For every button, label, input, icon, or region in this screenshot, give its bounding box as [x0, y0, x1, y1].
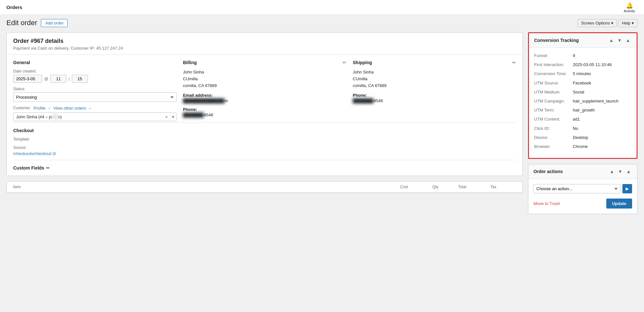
- items-header: Item Cost Qty Total Tax: [7, 181, 523, 193]
- order-actions-collapse-down[interactable]: ▼: [617, 168, 624, 175]
- order-three-cols: General Date created: @ : Status:: [13, 60, 516, 121]
- customer-dropdown-button[interactable]: ▾: [170, 114, 176, 119]
- conversion-tracking-minimize[interactable]: ▲: [624, 37, 631, 44]
- billing-address-line: comilla, CA 67889: [183, 83, 346, 89]
- tracking-utm-source: UTM Source: Facebook: [534, 80, 631, 86]
- conversion-tracking-controls: ▲ ▼ ▲: [608, 37, 631, 44]
- top-bar: Orders 🔔 Activity: [0, 0, 644, 15]
- source-link[interactable]: /checkouts/checkout-3/: [13, 151, 56, 156]
- action-go-button[interactable]: ▶: [622, 184, 632, 193]
- col-item: Item: [13, 185, 400, 189]
- date-input[interactable]: [13, 75, 42, 83]
- sidebar: Conversion Tracking ▲ ▼ ▲ Funnel: 9 Firs…: [528, 32, 638, 219]
- shipping-phone-value: ███████4548: [353, 98, 383, 103]
- conversion-tracking-body: Funnel: 9 First Interaction: 2025-03-05 …: [529, 48, 637, 158]
- utm-medium-label: UTM Medium:: [534, 89, 573, 95]
- custom-fields-title: Custom Fields: [13, 165, 44, 171]
- billing-email-blurred: ██████████████: [183, 98, 225, 103]
- device-label: Device:: [534, 135, 573, 141]
- update-button[interactable]: Update: [606, 199, 632, 209]
- funnel-label: Funnel:: [534, 53, 573, 59]
- main-layout: Order #967 details Payment via Cash on d…: [0, 27, 644, 224]
- col-tax: Tax: [490, 185, 516, 189]
- action-footer: Move to Trash Update: [533, 199, 632, 209]
- conversion-tracking-collapse-down[interactable]: ▼: [616, 37, 623, 44]
- page-title: Edit order: [6, 19, 37, 27]
- billing-address: John Sinha CUmilla comilla, CA 67889: [183, 69, 346, 89]
- customer-clear-button[interactable]: ×: [163, 114, 170, 120]
- utm-medium-value: Social: [573, 89, 631, 95]
- utm-source-value: Facebook: [573, 80, 631, 86]
- click-id-label: Click ID:: [534, 126, 573, 132]
- action-select[interactable]: Choose an action...: [533, 184, 620, 193]
- conversion-tracking-collapse-up[interactable]: ▲: [608, 37, 615, 44]
- time-colon: :: [68, 76, 70, 81]
- order-details-header: Order #967 details Payment via Cash on d…: [7, 33, 523, 55]
- activity-label: Activity: [624, 9, 635, 13]
- top-bar-right: 🔔 Activity: [621, 1, 638, 14]
- conversion-tracking-header: Conversion Tracking ▲ ▼ ▲: [529, 33, 637, 48]
- shipping-edit-icon[interactable]: ✏: [512, 60, 516, 65]
- tracking-utm-content: UTM Content: ad1: [534, 116, 631, 122]
- first-interaction-label: First Interaction:: [534, 62, 573, 68]
- customer-links: Customer: Profile → View other orders →: [13, 106, 177, 111]
- conversion-tracking-card: Conversion Tracking ▲ ▼ ▲ Funnel: 9 Firs…: [528, 32, 638, 159]
- profile-link[interactable]: Profile →: [34, 106, 51, 111]
- shipping-title: Shipping: [353, 60, 372, 65]
- time-hour-input[interactable]: [50, 75, 66, 83]
- add-order-button[interactable]: Add order: [41, 19, 68, 27]
- view-orders-link[interactable]: View other orders →: [53, 106, 91, 111]
- template-label: Template:: [13, 137, 516, 141]
- move-to-trash-link[interactable]: Move to Trash: [533, 201, 560, 206]
- billing-header: Billing ✏: [183, 60, 346, 65]
- tracking-first-interaction: First Interaction: 2025-03-05 11:10:46: [534, 62, 631, 68]
- main-content: Order #967 details Payment via Cash on d…: [6, 32, 523, 193]
- billing-email-label: Email address:: [183, 93, 346, 98]
- shipping-company: CUmilla: [353, 76, 516, 83]
- col-qty: Qty: [432, 185, 458, 189]
- billing-email-value: ██████████████m: [183, 98, 228, 103]
- billing-edit-icon[interactable]: ✏: [342, 60, 346, 65]
- checkout-title: Checkout: [13, 128, 516, 133]
- screen-options-button[interactable]: Screen Options: [578, 19, 617, 27]
- tracking-utm-campaign: UTM Campaign: hair_supplement_launch: [534, 98, 631, 104]
- order-actions-title: Order actions: [533, 169, 563, 174]
- activity-button[interactable]: 🔔 Activity: [621, 1, 638, 14]
- shipping-address: John Sinha CUmilla comilla, CA 67889: [353, 69, 516, 89]
- customer-label: Customer:: [13, 106, 31, 111]
- billing-phone-blurred: ███████: [183, 112, 204, 117]
- customer-select-wrapper: John Sinha (#4 – jo n) × ▾: [13, 112, 177, 121]
- custom-fields-section: Custom Fields ✏: [13, 160, 516, 171]
- custom-fields-edit-icon[interactable]: ✏: [46, 165, 50, 171]
- tracking-utm-term: UTM Term: hair_growth: [534, 107, 631, 113]
- screen-options-chevron: [611, 21, 613, 25]
- order-actions-header: Order actions ▲ ▼ ▲: [528, 164, 637, 179]
- shipping-phone-blurred: ███████: [353, 98, 373, 103]
- order-actions-minimize[interactable]: ▲: [625, 168, 632, 175]
- action-select-wrapper: Choose an action... ▶: [533, 184, 632, 193]
- checkout-section: Checkout Template: Source: /checkouts/ch…: [13, 122, 516, 156]
- billing-section: Billing ✏ John Sinha CUmilla comilla, CA…: [183, 60, 346, 121]
- general-section: General Date created: @ : Status:: [13, 60, 177, 121]
- utm-term-label: UTM Term:: [534, 107, 573, 113]
- billing-phone-value: ███████4548: [183, 112, 213, 117]
- status-select[interactable]: Processing: [13, 93, 177, 102]
- order-actions-collapse-up[interactable]: ▲: [608, 168, 615, 175]
- help-button[interactable]: Help: [618, 19, 638, 27]
- funnel-value: 9: [573, 53, 631, 59]
- shipping-address-line: comilla, CA 67889: [353, 83, 516, 89]
- screen-options-label: Screen Options: [581, 21, 610, 25]
- billing-title: Billing: [183, 60, 197, 65]
- top-bar-title: Orders: [6, 5, 22, 10]
- browser-value: Chrome: [573, 144, 631, 150]
- col-cost: Cost: [400, 185, 432, 189]
- activity-icon: 🔔: [626, 2, 633, 9]
- shipping-header: Shipping ✏: [353, 60, 516, 65]
- source-row: Source: /checkouts/checkout-3/: [13, 145, 516, 156]
- custom-fields-header: Custom Fields ✏: [13, 165, 516, 171]
- order-subtitle: Payment via Cash on delivery. Customer I…: [13, 46, 516, 51]
- help-chevron: [632, 21, 634, 25]
- billing-company: CUmilla: [183, 76, 346, 83]
- utm-campaign-label: UTM Campaign:: [534, 98, 573, 104]
- time-minute-input[interactable]: [72, 75, 88, 83]
